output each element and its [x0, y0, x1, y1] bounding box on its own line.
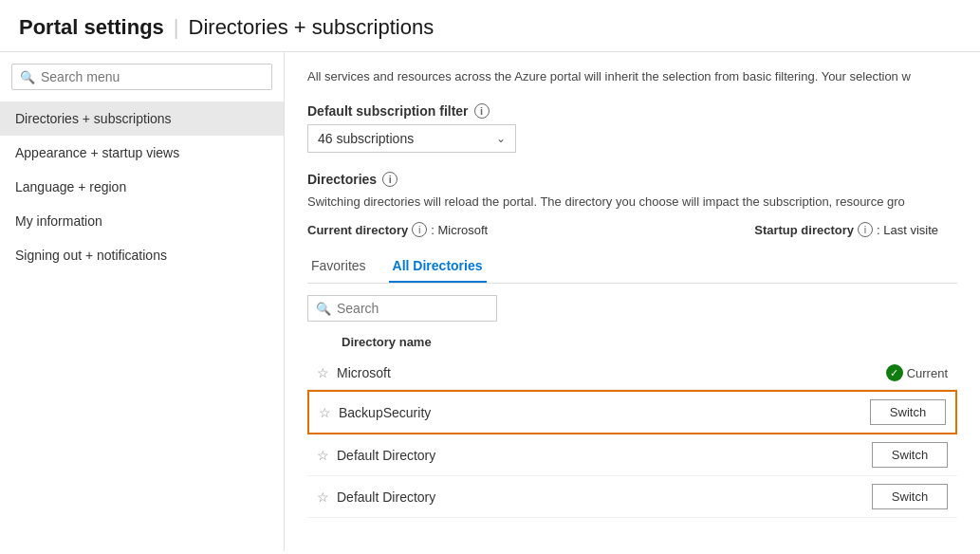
directory-name: BackupSecurity — [339, 405, 870, 420]
tab-favorites[interactable]: Favorites — [307, 250, 370, 283]
directory-tabs: Favorites All Directories — [307, 250, 957, 284]
search-menu-box[interactable]: 🔍 — [11, 64, 272, 90]
directory-search-row: 🔍 — [307, 295, 957, 322]
star-icon[interactable]: ☆ — [317, 448, 329, 463]
portal-settings-title: Portal settings — [19, 15, 164, 40]
header-subtitle: Directories + subscriptions — [189, 15, 435, 40]
directories-section: Directories i Switching directories will… — [307, 172, 957, 519]
switch-button[interactable]: Switch — [872, 484, 948, 509]
sidebar-item-language[interactable]: Language + region — [0, 170, 284, 204]
directory-table-header: Directory name — [307, 331, 957, 353]
current-dir-info-icon[interactable]: i — [412, 222, 427, 237]
sidebar-item-myinfo[interactable]: My information — [0, 204, 284, 238]
startup-dir-info-icon[interactable]: i — [858, 222, 873, 237]
table-row: ☆Default DirectorySwitch — [307, 476, 957, 518]
sidebar-item-signout[interactable]: Signing out + notifications — [0, 238, 284, 272]
header-separator: | — [174, 15, 179, 40]
directory-info-row: Current directory i : Microsoft Startup … — [307, 222, 957, 237]
directory-name: Microsoft — [337, 365, 886, 380]
switch-button[interactable]: Switch — [872, 442, 948, 468]
current-badge: ✓Current — [886, 364, 948, 381]
page-header: Portal settings | Directories + subscrip… — [0, 0, 980, 52]
subscription-filter-dropdown[interactable]: 46 subscriptions ⌄ — [307, 124, 516, 153]
directory-search-input[interactable] — [337, 301, 489, 316]
startup-directory-value: : Last visite — [877, 223, 938, 237]
sidebar-item-directories[interactable]: Directories + subscriptions — [0, 102, 284, 136]
main-content: All services and resources across the Az… — [285, 52, 980, 551]
table-row: ☆Default DirectorySwitch — [307, 434, 957, 476]
current-label: Current — [907, 366, 948, 380]
table-row: ☆BackupSecuritySwitch — [307, 390, 957, 434]
directories-description: Switching directories will reload the po… — [307, 193, 957, 212]
search-icon: 🔍 — [20, 70, 35, 84]
subscription-filter-info-icon[interactable]: i — [474, 103, 490, 119]
current-directory-label: Current directory — [307, 223, 408, 237]
startup-directory-label: Startup directory — [754, 223, 854, 237]
main-layout: 🔍 Directories + subscriptionsAppearance … — [0, 52, 980, 551]
table-row: ☆Microsoft✓Current — [307, 357, 957, 390]
subscription-filter-label: Default subscription filter i — [307, 103, 957, 119]
directory-search-box[interactable]: 🔍 — [307, 295, 497, 322]
directories-info-icon[interactable]: i — [382, 172, 398, 187]
star-icon[interactable]: ☆ — [317, 489, 329, 505]
check-icon: ✓ — [886, 364, 903, 381]
directory-search-icon: 🔍 — [316, 302, 331, 316]
directory-name: Default Directory — [337, 448, 872, 463]
directories-label: Directories i — [307, 172, 957, 187]
star-icon[interactable]: ☆ — [319, 405, 331, 420]
subscription-filter-value: 46 subscriptions — [318, 131, 414, 146]
dropdown-arrow-icon: ⌄ — [496, 132, 506, 145]
current-directory-value: : Microsoft — [431, 223, 488, 237]
star-icon[interactable]: ☆ — [317, 365, 329, 380]
tab-all-directories[interactable]: All Directories — [389, 250, 487, 283]
sidebar: 🔍 Directories + subscriptionsAppearance … — [0, 52, 285, 551]
switch-button[interactable]: Switch — [870, 399, 946, 425]
search-menu-input[interactable] — [41, 69, 264, 84]
main-description: All services and resources across the Az… — [307, 67, 957, 86]
directory-name: Default Directory — [337, 489, 872, 505]
sidebar-item-appearance[interactable]: Appearance + startup views — [0, 136, 284, 170]
